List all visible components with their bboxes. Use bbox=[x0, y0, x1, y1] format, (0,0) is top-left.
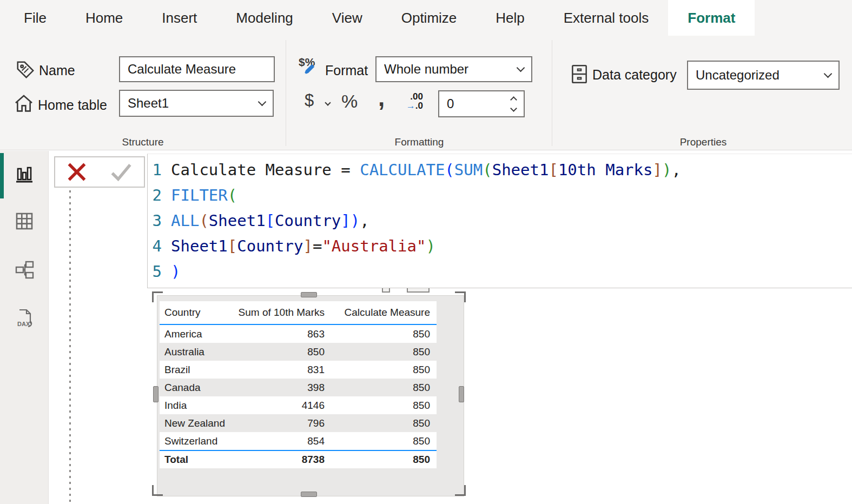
active-view-indicator bbox=[0, 153, 4, 198]
stepper-arrows[interactable] bbox=[511, 97, 516, 111]
format-value: Whole number bbox=[384, 62, 518, 77]
code-text: ) bbox=[171, 262, 180, 281]
home-table-select[interactable]: Sheet1 bbox=[119, 90, 274, 117]
table-visual[interactable]: CountrySum of 10th MarksCalculate Measur… bbox=[160, 301, 437, 468]
tab-insert[interactable]: Insert bbox=[142, 0, 216, 36]
formula-line[interactable]: 5) bbox=[148, 258, 852, 284]
report-view-icon bbox=[12, 162, 36, 186]
code-text: FILTER( bbox=[171, 186, 237, 204]
chevron-down-icon bbox=[510, 105, 517, 112]
format-label: Format bbox=[325, 63, 368, 78]
tab-help[interactable]: Help bbox=[476, 0, 544, 36]
data-view-icon bbox=[12, 209, 36, 233]
table-row[interactable]: India4146850 bbox=[160, 396, 437, 414]
table-row[interactable]: Brazil831850 bbox=[160, 361, 437, 379]
cell-country: Total bbox=[160, 454, 234, 466]
thousands-separator-button[interactable]: , bbox=[378, 84, 385, 111]
sidebar-item-data-view[interactable] bbox=[12, 209, 36, 233]
resize-handle-right[interactable] bbox=[459, 386, 464, 402]
cell-calculate-measure: 850 bbox=[331, 346, 437, 358]
cancel-icon[interactable] bbox=[66, 161, 88, 183]
cell-country: Australia bbox=[160, 346, 234, 358]
decimals-stepper[interactable]: 0 bbox=[438, 90, 525, 117]
cell-calculate-measure: 850 bbox=[331, 417, 437, 429]
cell-calculate-measure: 850 bbox=[331, 400, 437, 412]
formula-line[interactable]: 1Calculate Measure = CALCULATE(SUM(Sheet… bbox=[148, 157, 852, 182]
sidebar-item-report-view[interactable] bbox=[12, 162, 36, 186]
table-row[interactable]: Canada398850 bbox=[160, 379, 437, 396]
cell-country: Canada bbox=[160, 382, 234, 394]
tab-file[interactable]: File bbox=[4, 0, 66, 36]
code-text: ALL(Sheet1[Country]), bbox=[171, 211, 369, 230]
model-view-icon bbox=[12, 258, 36, 282]
tab-modeling[interactable]: Modeling bbox=[216, 0, 313, 36]
dax-query-view-icon: DAX bbox=[12, 307, 36, 330]
formula-line[interactable]: 4Sheet1[Country]="Australia") bbox=[148, 233, 852, 258]
group-separator bbox=[286, 40, 286, 146]
ribbon: FileHomeInsertModelingViewOptimizeHelpEx… bbox=[0, 0, 852, 150]
decimal-icon-bottom: .0 bbox=[415, 101, 423, 111]
properties-group-label: Properties bbox=[660, 136, 747, 148]
cell-sum-marks: 796 bbox=[234, 417, 331, 429]
decimal-places-button[interactable]: .00 →.0 bbox=[395, 92, 423, 110]
cell-sum-marks: 850 bbox=[234, 346, 331, 358]
cell-calculate-measure: 850 bbox=[331, 328, 437, 340]
sidebar-item-dax-query-view[interactable]: DAX bbox=[12, 307, 36, 330]
data-category-select[interactable]: Uncategorized bbox=[687, 61, 840, 90]
table-row[interactable]: Australia850850 bbox=[160, 343, 437, 361]
chevron-down-icon bbox=[517, 63, 525, 72]
line-number: 5 bbox=[148, 262, 162, 281]
sidebar-item-model-view[interactable] bbox=[12, 258, 36, 282]
line-number: 4 bbox=[148, 237, 162, 255]
visual-header-more-icon[interactable] bbox=[407, 288, 430, 293]
formula-line[interactable]: 2FILTER( bbox=[148, 182, 852, 208]
selection-corner-bottom-left bbox=[152, 485, 163, 496]
resize-handle-bottom[interactable] bbox=[301, 492, 317, 497]
cell-country: America bbox=[160, 328, 234, 340]
table-total-row[interactable]: Total8738850 bbox=[160, 450, 437, 468]
currency-button[interactable]: $ bbox=[305, 91, 314, 110]
tab-home[interactable]: Home bbox=[66, 0, 142, 36]
cell-calculate-measure: 850 bbox=[331, 382, 437, 394]
percent-button[interactable]: % bbox=[341, 91, 358, 112]
table-header-row[interactable]: CountrySum of 10th MarksCalculate Measur… bbox=[160, 301, 437, 325]
dotted-guide-line bbox=[69, 190, 71, 504]
tab-external-tools[interactable]: External tools bbox=[544, 0, 669, 36]
cell-country: Brazil bbox=[160, 364, 234, 376]
measure-name-input[interactable] bbox=[119, 56, 275, 82]
resize-handle-top[interactable] bbox=[301, 292, 317, 297]
cell-calculate-measure: 850 bbox=[331, 435, 437, 447]
chevron-down-icon bbox=[824, 69, 833, 78]
group-separator bbox=[552, 40, 552, 146]
resize-handle-left[interactable] bbox=[153, 386, 158, 402]
formatting-group-label: Formatting bbox=[376, 136, 463, 148]
currency-chevron-icon[interactable] bbox=[325, 100, 331, 105]
data-category-icon bbox=[569, 63, 590, 85]
tag-icon bbox=[15, 59, 36, 80]
svg-text:DAX: DAX bbox=[17, 321, 30, 327]
cell-sum-marks: 4146 bbox=[234, 400, 331, 412]
table-row[interactable]: New Zealand796850 bbox=[160, 414, 437, 432]
tab-view[interactable]: View bbox=[313, 0, 382, 36]
selection-corner-bottom-right bbox=[455, 485, 466, 496]
dax-formula-editor[interactable]: 1Calculate Measure = CALCULATE(SUM(Sheet… bbox=[147, 154, 852, 288]
line-number: 2 bbox=[148, 186, 162, 204]
cell-country: Country bbox=[160, 307, 234, 319]
cell-sum-marks: 8738 bbox=[234, 454, 331, 466]
line-number: 1 bbox=[148, 161, 162, 179]
commit-check-icon[interactable] bbox=[109, 161, 133, 183]
format-select[interactable]: Whole number bbox=[375, 56, 532, 82]
home-table-value: Sheet1 bbox=[128, 96, 259, 111]
table-row[interactable]: Switzerland854850 bbox=[160, 432, 437, 450]
dollar-icon: $ bbox=[305, 91, 314, 110]
tab-optimize[interactable]: Optimize bbox=[382, 0, 477, 36]
measure-name-value bbox=[128, 62, 266, 77]
formula-line[interactable]: 3ALL(Sheet1[Country]), bbox=[148, 208, 852, 233]
visual-header-icon[interactable] bbox=[382, 288, 390, 293]
table-row[interactable]: America863850 bbox=[160, 325, 437, 343]
percent-icon: % bbox=[341, 91, 358, 111]
cell-calculate-measure: Calculate Measure bbox=[331, 307, 437, 319]
pencil-icon bbox=[302, 63, 316, 77]
selection-corner-top-right bbox=[455, 291, 466, 302]
tab-format[interactable]: Format bbox=[668, 0, 755, 36]
